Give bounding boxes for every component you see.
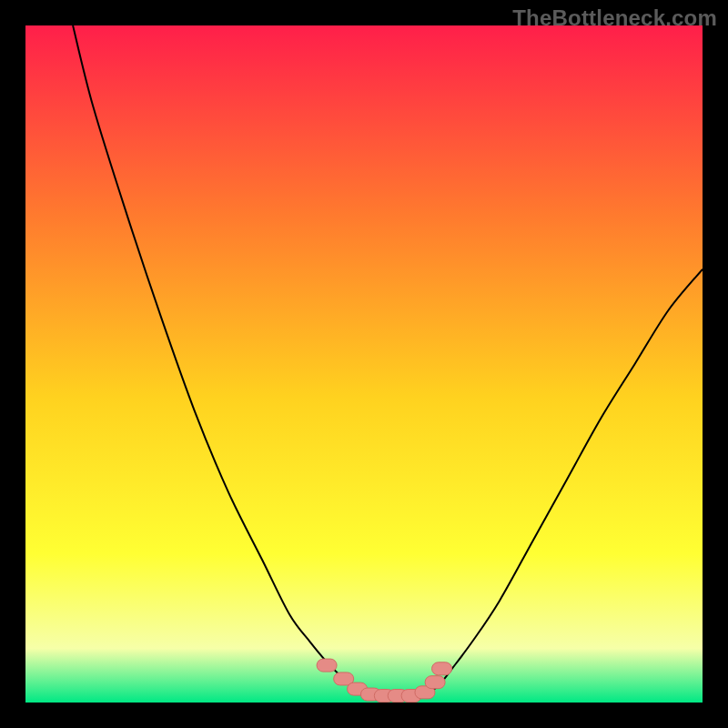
marker-point xyxy=(317,659,337,672)
chart-svg xyxy=(25,25,703,703)
marker-point xyxy=(432,662,452,675)
marker-point xyxy=(425,676,445,689)
watermark-text: TheBottleneck.com xyxy=(512,5,717,31)
plot-area xyxy=(25,25,703,703)
gradient-background xyxy=(25,25,703,703)
chart-frame: TheBottleneck.com xyxy=(0,0,728,728)
